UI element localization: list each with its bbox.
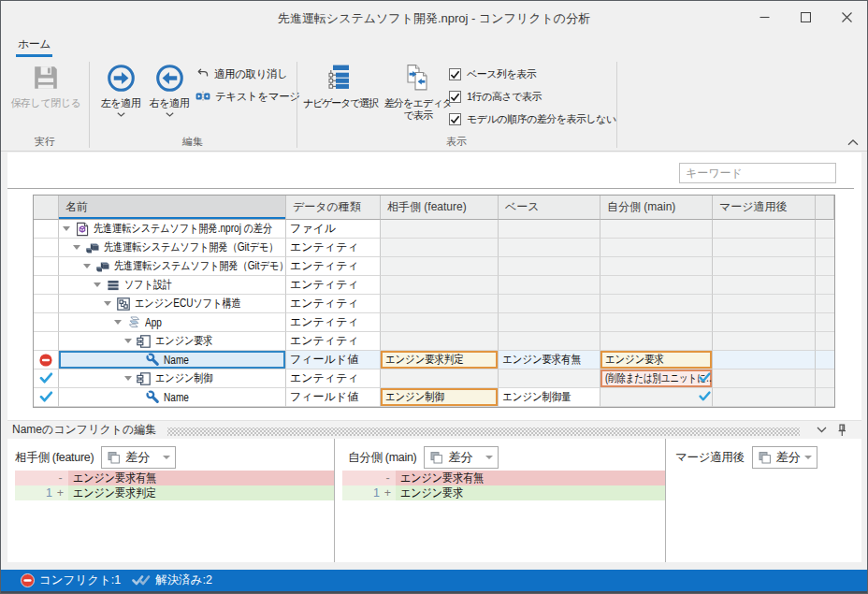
grid-row-3[interactable]: ソフト設計エンティティ [34, 276, 834, 295]
cell-main[interactable] [600, 220, 713, 239]
cell-merged[interactable] [713, 239, 816, 257]
diff-mode-dropdown[interactable]: 差分 [424, 446, 499, 469]
cell-feature[interactable] [381, 239, 499, 257]
grid-row-9[interactable]: Nameフィールド値エンジン制御エンジン制御量 [34, 388, 834, 407]
cell-main[interactable]: (削除または別ユニットに… [600, 369, 713, 388]
checkbox-2[interactable]: モデルの順序の差分を表示しない [449, 112, 616, 126]
cell-base[interactable] [499, 295, 600, 313]
cell-name[interactable]: 先進運転システムソフト開発.nproj の差分 [59, 220, 286, 239]
tree-expander-icon[interactable] [114, 320, 122, 325]
checkbox-box[interactable] [449, 68, 461, 80]
checkbox-box[interactable] [449, 91, 461, 103]
cell-merged[interactable] [713, 332, 816, 351]
tree-expander-icon[interactable] [63, 226, 70, 231]
column-header-相手側 (feature)[interactable]: 相手側 (feature) [381, 196, 499, 220]
diff-mode-dropdown[interactable]: 差分 [101, 446, 176, 469]
column-header-blank-0[interactable] [34, 196, 59, 220]
cell-feature[interactable] [381, 332, 499, 351]
column-header-名前[interactable]: 名前 [59, 196, 286, 220]
column-header-blank-7[interactable] [816, 196, 834, 220]
cell-base[interactable] [499, 220, 600, 239]
close-button[interactable] [826, 1, 867, 34]
column-header-ベース[interactable]: ベース [499, 196, 600, 220]
cell-main[interactable] [600, 332, 713, 351]
cell-name[interactable]: App [59, 313, 286, 332]
grid-row-8[interactable]: エンジン制御エンティティ(削除または別ユニットに… [34, 369, 834, 388]
grid-row-6[interactable]: エンジン要求エンティティ [34, 332, 834, 351]
column-header-自分側 (main)[interactable]: 自分側 (main) [600, 196, 713, 220]
cell-base[interactable]: エンジン制御量 [499, 388, 600, 407]
cell-name[interactable]: エンジン制御 [59, 369, 286, 388]
column-header-マージ適用後[interactable]: マージ適用後 [713, 196, 816, 220]
cell-feature[interactable] [381, 220, 499, 239]
grid-row-7[interactable]: Nameフィールド値エンジン要求判定エンジン要求有無エンジン要求 [34, 351, 834, 369]
tree-expander-icon[interactable] [94, 283, 101, 287]
cell-merged[interactable] [713, 351, 816, 369]
tree-expander-icon[interactable] [83, 264, 91, 268]
checkbox-box[interactable] [449, 113, 461, 125]
tab-home[interactable]: ホーム [16, 34, 52, 57]
cell-merged[interactable] [713, 220, 816, 239]
tree-expander-icon[interactable] [124, 339, 132, 343]
checkbox-0[interactable]: ベース列を表示 [449, 67, 536, 81]
panel-pin-button[interactable] [833, 423, 850, 438]
undo-apply-button[interactable]: 適用の取り消し [196, 66, 288, 81]
cell-merged[interactable] [713, 313, 816, 332]
cell-feature[interactable] [381, 257, 499, 276]
cell-name[interactable]: エンジン要求 [59, 332, 286, 351]
cell-name[interactable]: 先進運転システムソフト開発（Gitデモ） [59, 257, 286, 276]
cell-main[interactable] [600, 257, 713, 276]
cell-merged[interactable] [713, 295, 816, 313]
keyword-search-input[interactable] [679, 163, 836, 183]
cell-main[interactable]: エンジン要求 [600, 351, 713, 369]
cell-base[interactable] [499, 313, 600, 332]
minimize-button[interactable] [744, 1, 785, 34]
cell-feature[interactable]: エンジン要求判定 [381, 351, 499, 369]
apply-left-button[interactable]: 左を適用 [98, 61, 143, 117]
cell-name[interactable]: ソフト設計 [59, 276, 286, 295]
cell-feature[interactable]: エンジン制御 [381, 388, 499, 407]
maximize-button[interactable] [785, 1, 826, 34]
cell-base[interactable] [499, 276, 600, 295]
cell-feature[interactable] [381, 313, 499, 332]
cell-merged[interactable] [713, 257, 816, 276]
tree-expander-icon[interactable] [104, 301, 111, 306]
cell-merged[interactable] [713, 276, 816, 295]
diff-mode-dropdown[interactable]: 差分 [752, 446, 817, 469]
save-and-close-button[interactable]: 保存して閉じる [8, 61, 83, 109]
grid-row-0[interactable]: 先進運転システムソフト開発.nproj の差分ファイル [34, 220, 834, 239]
grid-row-4[interactable]: エンジンECUソフト構造エンティティ [34, 295, 834, 313]
cell-feature[interactable] [381, 295, 499, 313]
column-header-データの種類[interactable]: データの種類 [286, 196, 381, 220]
cell-base[interactable]: エンジン要求有無 [499, 351, 600, 369]
apply-right-button[interactable]: 右を適用 [147, 61, 192, 117]
tree-expander-icon[interactable] [73, 245, 80, 250]
cell-feature[interactable] [381, 276, 499, 295]
tree-expander-icon[interactable] [124, 376, 132, 381]
grid-row-2[interactable]: 先進運転システムソフト開発（Gitデモ）エンティティ [34, 257, 834, 276]
cell-base[interactable] [499, 257, 600, 276]
cell-name[interactable]: エンジンECUソフト構造 [59, 295, 286, 313]
cell-main[interactable] [600, 313, 713, 332]
cell-name[interactable]: 先進運転システムソフト開発（Gitデモ） [59, 239, 286, 257]
grid-row-1[interactable]: 先進運転システムソフト開発（Gitデモ）エンティティ [34, 239, 834, 257]
cell-base[interactable] [499, 332, 600, 351]
checkbox-1[interactable]: 1行の高さで表示 [449, 90, 542, 104]
collapse-ribbon-button[interactable] [846, 136, 861, 149]
cell-main[interactable] [600, 295, 713, 313]
cell-base[interactable] [499, 239, 600, 257]
cell-name[interactable]: Name [59, 388, 286, 407]
cell-base[interactable] [499, 369, 600, 388]
merge-text-button[interactable]: テキストをマージ [195, 89, 300, 104]
cell-merged[interactable] [713, 369, 816, 388]
panel-collapse-button[interactable] [813, 423, 830, 438]
select-in-navigator-button[interactable]: ナビゲータで選択 [298, 61, 383, 109]
cell-main[interactable] [600, 388, 713, 407]
grid-row-5[interactable]: Appエンティティ [34, 313, 834, 332]
cell-main[interactable] [600, 276, 713, 295]
cell-name[interactable]: Name [59, 351, 286, 369]
cell-merged[interactable] [713, 388, 816, 407]
show-diff-in-editor-button[interactable]: 差分をエディタで表示 [383, 61, 454, 122]
cell-main[interactable] [600, 239, 713, 257]
cell-feature[interactable] [381, 369, 499, 388]
